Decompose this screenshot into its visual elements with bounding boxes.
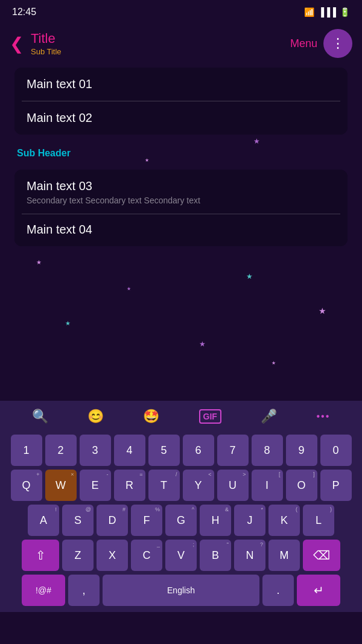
key-l[interactable]: L) [303,505,334,536]
card-group-1: Main text 01 Main text 02 [14,68,348,135]
key-u[interactable]: U> [217,470,249,501]
key-4[interactable]: 4 [114,435,145,466]
search-toolbar-icon[interactable]: 🔍 [32,409,48,424]
key-f[interactable]: F% [131,505,162,536]
key-n[interactable]: N? [234,540,265,571]
keyboard-row-qwerty: Q+W×E-R=T/Y<U>I[O]P [4,470,358,501]
battery-icon: 🔋 [340,7,350,17]
star-decoration: ★ [272,360,276,366]
menu-fab-button[interactable]: ⋮ [323,29,352,58]
content-area: ★★★★★★★★★★★★★★★★★★★★ Main text 01 Main t… [0,63,362,401]
key-q[interactable]: Q+ [11,470,42,501]
status-bar: 12:45 📶 ▐▐▐ 🔋 [0,0,362,24]
star-decoration: ★ [199,340,206,348]
key-⇧[interactable]: ⇧ [22,540,59,571]
list-item-text: Main text 02 [27,111,335,125]
key-j[interactable]: J* [234,505,265,536]
status-time: 12:45 [12,7,36,18]
list-item-main-text: Main text 03 [27,179,335,193]
key-1[interactable]: 1 [11,435,42,466]
app-subtitle: Sub Title [31,47,290,56]
star-decoration: ★ [319,306,326,316]
key-8[interactable]: 8 [252,435,283,466]
card-group-2: Main text 03 Secondary text Secondary te… [14,170,348,246]
list-item-text-4: Main text 04 [27,223,335,237]
key-y[interactable]: Y< [183,470,214,501]
key-special[interactable]: !@# [22,575,65,606]
status-icons: 📶 ▐▐▐ 🔋 [304,7,350,17]
list-section: Main text 01 Main text 02 Sub Header Mai… [0,68,362,246]
key-k[interactable]: K( [268,505,300,536]
key-g[interactable]: G^ [165,505,197,536]
key-c[interactable]: C_ [131,540,162,571]
star-decoration: ★ [127,286,131,292]
key-comma[interactable]: , [68,575,100,606]
key-r[interactable]: R= [114,470,145,501]
keyboard-row-zxcv: ⇧ZXC_V;B"N?M⌫ [4,540,358,571]
key-s[interactable]: S@ [62,505,94,536]
key-d[interactable]: D# [97,505,128,536]
key-o[interactable]: O] [286,470,317,501]
mic-toolbar-icon[interactable]: 🎤 [261,409,277,424]
key-9[interactable]: 9 [286,435,317,466]
app-bar: ❮ Title Sub Title Menu ⋮ [0,24,362,63]
key-2[interactable]: 2 [45,435,77,466]
key-dot[interactable]: . [262,575,294,606]
key-x[interactable]: X [97,540,128,571]
key-enter[interactable]: ↵ [297,575,340,606]
key-6[interactable]: 6 [183,435,214,466]
key-0[interactable]: 0 [320,435,352,466]
key-p[interactable]: P [320,470,352,501]
list-item[interactable]: Main text 03 Secondary text Secondary te… [14,170,348,214]
keyboard-row-numbers: 1234567890 [4,435,358,466]
keyboard: 1234567890 Q+W×E-R=T/Y<U>I[O]P A!S@D#F%G… [0,432,362,612]
menu-section: Menu ⋮ [290,29,352,58]
menu-label[interactable]: Menu [290,37,317,50]
key-v[interactable]: V; [165,540,197,571]
key-t[interactable]: T/ [148,470,180,501]
app-title: Title [31,31,290,46]
emoji-toolbar-icon[interactable]: 😊 [87,409,104,424]
key-b[interactable]: B" [200,540,231,571]
title-section: Title Sub Title [31,31,290,56]
keyboard-row-asdf: A!S@D#F%G^H&J*K(L) [4,505,358,536]
key-3[interactable]: 3 [80,435,111,466]
list-item-partial[interactable]: Main text 04 [14,214,348,246]
key-w[interactable]: W× [45,470,77,501]
keyboard-toolbar: 🔍 😊 🤩 GIF 🎤 ••• [0,401,362,432]
key-a[interactable]: A! [28,505,59,536]
list-item[interactable]: Main text 02 [14,101,348,135]
signal-icon: ▐▐▐ [318,7,336,17]
dots-icon: ⋮ [331,36,345,51]
wifi-icon: 📶 [304,7,314,17]
star-decoration: ★ [65,320,71,327]
list-item-secondary-text: Secondary text Secondary text Secondary … [27,196,335,205]
key-i[interactable]: I[ [252,470,283,501]
list-item[interactable]: Main text 01 [14,68,348,101]
key-m[interactable]: M [268,540,300,571]
back-button[interactable]: ❮ [10,34,24,54]
sub-header: Sub Header [7,139,355,165]
key-z[interactable]: Z [62,540,94,571]
key-e[interactable]: E- [80,470,111,501]
keyboard-row-bottom: !@#,English.↵ [4,575,358,606]
key-7[interactable]: 7 [217,435,249,466]
key-space[interactable]: English [103,575,259,606]
key-⌫[interactable]: ⌫ [303,540,340,571]
key-h[interactable]: H& [200,505,231,536]
star-decoration: ★ [246,272,253,281]
list-item-text: Main text 01 [27,77,335,91]
key-5[interactable]: 5 [148,435,180,466]
gif-toolbar-button[interactable]: GIF [199,409,221,424]
sticker-toolbar-icon[interactable]: 🤩 [143,409,159,424]
more-toolbar-icon[interactable]: ••• [316,411,330,422]
star-decoration: ★ [36,259,42,266]
